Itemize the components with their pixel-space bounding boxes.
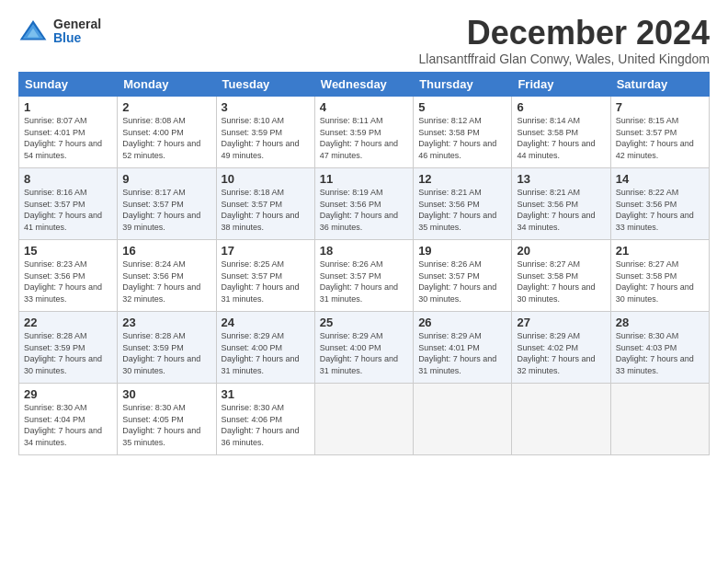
col-tuesday: Tuesday: [216, 73, 314, 97]
table-row: 30Sunrise: 8:30 AMSunset: 4:05 PMDayligh…: [118, 384, 216, 455]
table-row: 29Sunrise: 8:30 AMSunset: 4:04 PMDayligh…: [19, 384, 118, 455]
header: General Blue December 2024 Llansantffrai…: [18, 17, 710, 66]
table-row: 16Sunrise: 8:24 AMSunset: 3:56 PMDayligh…: [118, 240, 216, 312]
day-info: Sunrise: 8:26 AMSunset: 3:57 PMDaylight:…: [418, 259, 506, 304]
day-number: 7: [616, 100, 704, 114]
logo-blue: Blue: [53, 31, 101, 45]
day-number: 31: [222, 387, 310, 401]
table-row: 15Sunrise: 8:23 AMSunset: 3:56 PMDayligh…: [19, 240, 118, 312]
table-row: 2Sunrise: 8:08 AMSunset: 4:00 PMDaylight…: [118, 97, 216, 168]
day-number: 3: [222, 100, 310, 114]
day-info: Sunrise: 8:30 AMSunset: 4:05 PMDaylight:…: [122, 402, 210, 448]
day-number: 15: [24, 244, 112, 258]
table-row: 26Sunrise: 8:29 AMSunset: 4:01 PMDayligh…: [414, 312, 512, 384]
logo-icon: [18, 17, 48, 46]
day-number: 17: [222, 244, 310, 258]
day-info: Sunrise: 8:30 AMSunset: 4:04 PMDaylight:…: [24, 402, 112, 448]
table-row: 28Sunrise: 8:30 AMSunset: 4:03 PMDayligh…: [610, 312, 709, 384]
month-title: December 2024: [419, 17, 710, 50]
location-subtitle: Llansantffraid Glan Conwy, Wales, United…: [419, 52, 710, 66]
header-row: Sunday Monday Tuesday Wednesday Thursday…: [19, 73, 710, 97]
table-row: 13Sunrise: 8:21 AMSunset: 3:56 PMDayligh…: [512, 168, 610, 240]
day-info: Sunrise: 8:10 AMSunset: 3:59 PMDaylight:…: [222, 115, 310, 161]
calendar-week: 8Sunrise: 8:16 AMSunset: 3:57 PMDaylight…: [19, 168, 710, 240]
table-row: 18Sunrise: 8:26 AMSunset: 3:57 PMDayligh…: [314, 240, 413, 312]
day-info: Sunrise: 8:16 AMSunset: 3:57 PMDaylight:…: [24, 187, 112, 233]
day-number: 20: [517, 244, 605, 258]
day-info: Sunrise: 8:27 AMSunset: 3:58 PMDaylight:…: [616, 259, 704, 304]
day-info: Sunrise: 8:21 AMSunset: 3:56 PMDaylight:…: [418, 187, 506, 233]
calendar-week: 22Sunrise: 8:28 AMSunset: 3:59 PMDayligh…: [19, 312, 710, 384]
table-row: 9Sunrise: 8:17 AMSunset: 3:57 PMDaylight…: [118, 168, 216, 240]
table-row: 1Sunrise: 8:07 AMSunset: 4:01 PMDaylight…: [19, 97, 118, 168]
table-row: [512, 384, 610, 455]
table-row: 23Sunrise: 8:28 AMSunset: 3:59 PMDayligh…: [118, 312, 216, 384]
day-number: 26: [418, 316, 506, 329]
day-number: 11: [320, 172, 408, 186]
day-info: Sunrise: 8:29 AMSunset: 4:00 PMDaylight:…: [320, 330, 408, 376]
table-row: [314, 384, 413, 455]
day-info: Sunrise: 8:19 AMSunset: 3:56 PMDaylight:…: [320, 187, 408, 233]
day-number: 9: [122, 172, 210, 186]
table-row: [610, 384, 709, 455]
table-row: 11Sunrise: 8:19 AMSunset: 3:56 PMDayligh…: [314, 168, 413, 240]
table-row: 6Sunrise: 8:14 AMSunset: 3:58 PMDaylight…: [512, 97, 610, 168]
day-info: Sunrise: 8:28 AMSunset: 3:59 PMDaylight:…: [24, 330, 112, 376]
table-row: [414, 384, 512, 455]
day-info: Sunrise: 8:15 AMSunset: 3:57 PMDaylight:…: [616, 115, 704, 161]
table-row: 22Sunrise: 8:28 AMSunset: 3:59 PMDayligh…: [19, 312, 118, 384]
day-info: Sunrise: 8:18 AMSunset: 3:57 PMDaylight:…: [222, 187, 310, 233]
day-number: 5: [418, 100, 506, 114]
day-number: 19: [418, 244, 506, 258]
calendar-week: 15Sunrise: 8:23 AMSunset: 3:56 PMDayligh…: [19, 240, 710, 312]
day-info: Sunrise: 8:12 AMSunset: 3:58 PMDaylight:…: [418, 115, 506, 161]
logo-text: General Blue: [53, 17, 101, 46]
col-wednesday: Wednesday: [314, 73, 413, 97]
col-sunday: Sunday: [19, 73, 118, 97]
day-number: 2: [122, 100, 210, 114]
table-row: 21Sunrise: 8:27 AMSunset: 3:58 PMDayligh…: [610, 240, 709, 312]
table-row: 14Sunrise: 8:22 AMSunset: 3:56 PMDayligh…: [610, 168, 709, 240]
table-row: 25Sunrise: 8:29 AMSunset: 4:00 PMDayligh…: [314, 312, 413, 384]
logo: General Blue: [18, 17, 101, 46]
day-number: 24: [222, 316, 310, 329]
table-row: 24Sunrise: 8:29 AMSunset: 4:00 PMDayligh…: [216, 312, 314, 384]
table-row: 17Sunrise: 8:25 AMSunset: 3:57 PMDayligh…: [216, 240, 314, 312]
day-info: Sunrise: 8:22 AMSunset: 3:56 PMDaylight:…: [616, 187, 704, 233]
col-thursday: Thursday: [414, 73, 512, 97]
table-row: 19Sunrise: 8:26 AMSunset: 3:57 PMDayligh…: [414, 240, 512, 312]
day-number: 6: [517, 100, 605, 114]
day-number: 23: [122, 316, 210, 329]
table-row: 7Sunrise: 8:15 AMSunset: 3:57 PMDaylight…: [610, 97, 709, 168]
day-number: 4: [320, 100, 408, 114]
day-number: 22: [24, 316, 112, 329]
table-row: 12Sunrise: 8:21 AMSunset: 3:56 PMDayligh…: [414, 168, 512, 240]
day-info: Sunrise: 8:29 AMSunset: 4:01 PMDaylight:…: [418, 330, 506, 376]
day-info: Sunrise: 8:29 AMSunset: 4:02 PMDaylight:…: [517, 330, 605, 376]
calendar-table: Sunday Monday Tuesday Wednesday Thursday…: [18, 72, 710, 455]
table-row: 20Sunrise: 8:27 AMSunset: 3:58 PMDayligh…: [512, 240, 610, 312]
day-info: Sunrise: 8:11 AMSunset: 3:59 PMDaylight:…: [320, 115, 408, 161]
day-info: Sunrise: 8:24 AMSunset: 3:56 PMDaylight:…: [122, 259, 210, 304]
day-number: 16: [122, 244, 210, 258]
table-row: 5Sunrise: 8:12 AMSunset: 3:58 PMDaylight…: [414, 97, 512, 168]
day-info: Sunrise: 8:30 AMSunset: 4:03 PMDaylight:…: [616, 330, 704, 376]
title-section: December 2024 Llansantffraid Glan Conwy,…: [419, 17, 710, 66]
day-number: 10: [222, 172, 310, 186]
table-row: 8Sunrise: 8:16 AMSunset: 3:57 PMDaylight…: [19, 168, 118, 240]
col-saturday: Saturday: [610, 73, 709, 97]
day-info: Sunrise: 8:21 AMSunset: 3:56 PMDaylight:…: [517, 187, 605, 233]
day-number: 14: [616, 172, 704, 186]
day-info: Sunrise: 8:08 AMSunset: 4:00 PMDaylight:…: [122, 115, 210, 161]
day-number: 13: [517, 172, 605, 186]
day-info: Sunrise: 8:17 AMSunset: 3:57 PMDaylight:…: [122, 187, 210, 233]
day-info: Sunrise: 8:25 AMSunset: 3:57 PMDaylight:…: [222, 259, 310, 304]
day-info: Sunrise: 8:07 AMSunset: 4:01 PMDaylight:…: [24, 115, 112, 161]
day-number: 28: [616, 316, 704, 329]
calendar-week: 1Sunrise: 8:07 AMSunset: 4:01 PMDaylight…: [19, 97, 710, 168]
day-info: Sunrise: 8:27 AMSunset: 3:58 PMDaylight:…: [517, 259, 605, 304]
day-info: Sunrise: 8:30 AMSunset: 4:06 PMDaylight:…: [222, 402, 310, 448]
col-monday: Monday: [118, 73, 216, 97]
day-number: 25: [320, 316, 408, 329]
table-row: 27Sunrise: 8:29 AMSunset: 4:02 PMDayligh…: [512, 312, 610, 384]
